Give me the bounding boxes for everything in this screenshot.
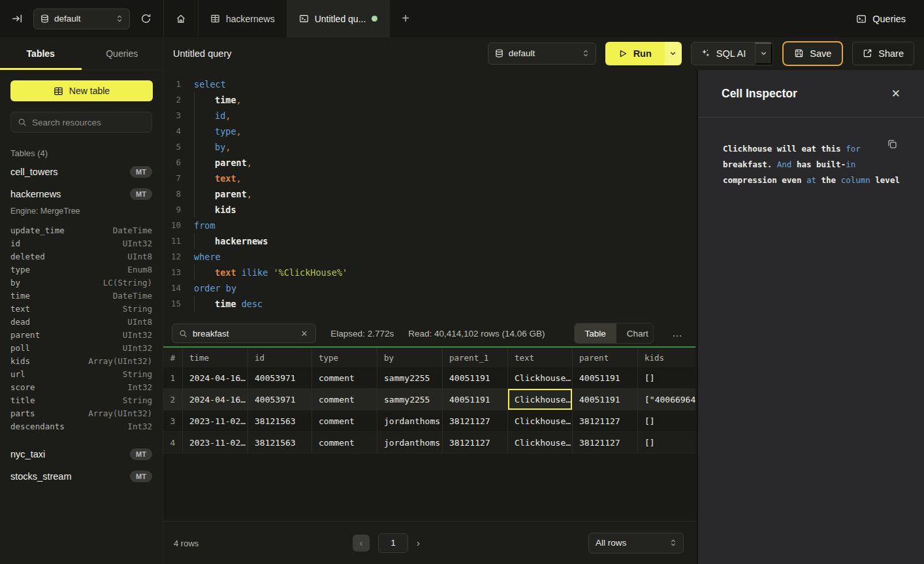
save-button[interactable]: Save <box>782 41 843 66</box>
table-cell[interactable]: ["40066964… <box>638 389 695 410</box>
hackernews-columns: update_timeDateTimeidUInt32deletedUInt8t… <box>0 221 163 434</box>
column-header-by[interactable]: by <box>377 348 443 367</box>
sidebar-item-nyc-taxi[interactable]: nyc_taxi MT <box>0 443 163 465</box>
run-button[interactable]: Run <box>605 42 665 65</box>
table-cell[interactable]: 40051191 <box>443 389 508 410</box>
table-cell[interactable]: 2024-04-16… <box>183 389 248 410</box>
table-cell[interactable]: Clickhouse… <box>508 367 573 389</box>
table-cell[interactable]: sammy2255 <box>377 389 443 410</box>
page-number-input[interactable] <box>378 533 408 553</box>
view-tab-table[interactable]: Table <box>575 323 616 343</box>
more-options-icon[interactable]: … <box>668 326 687 340</box>
new-table-label: New table <box>69 86 110 96</box>
table-cell[interactable]: 2023-11-02… <box>183 410 248 432</box>
table-cell[interactable]: 38121563 <box>248 410 312 432</box>
table-cell[interactable]: [] <box>638 410 695 432</box>
column-header-time[interactable]: time <box>183 348 248 367</box>
schema-column-row: pollUInt32 <box>0 341 163 354</box>
table-name: stocks_stream <box>10 471 130 482</box>
tab-home[interactable] <box>164 0 199 37</box>
mergetree-badge: MT <box>130 448 152 460</box>
column-header-kids[interactable]: kids <box>638 348 695 367</box>
table-cell[interactable]: [] <box>638 367 695 389</box>
view-switcher: Table Chart <box>574 323 654 344</box>
table-cell[interactable]: 38121127 <box>443 432 508 454</box>
table-cell[interactable]: comment <box>312 410 377 432</box>
clear-search-icon[interactable]: ✕ <box>299 329 309 339</box>
table-cell[interactable]: 40051191 <box>443 367 508 389</box>
sidebar-tab-tables[interactable]: Tables <box>0 37 82 69</box>
sql-ai-options-button[interactable] <box>755 42 773 65</box>
table-cell[interactable]: 40051191 <box>573 389 638 410</box>
sidebar-tab-queries[interactable]: Queries <box>82 37 163 69</box>
tab-hackernews[interactable]: hackernews <box>199 0 287 37</box>
table-cell[interactable]: 40053971 <box>248 389 312 410</box>
table-cell[interactable]: 40053971 <box>248 367 312 389</box>
database-selector[interactable]: default <box>33 8 130 29</box>
share-button[interactable]: Share <box>852 42 914 65</box>
column-header-parent_1[interactable]: parent_1 <box>443 348 508 367</box>
chevron-updown-icon <box>670 539 677 547</box>
table-cell[interactable]: 38121127 <box>573 410 638 432</box>
schema-column-row: partsArray(UInt32) <box>0 406 163 420</box>
schema-column-row: parentUInt32 <box>0 328 163 341</box>
new-table-button[interactable]: New table <box>10 80 153 101</box>
sidebar-item-stocks-stream[interactable]: stocks_stream MT <box>0 465 163 488</box>
toolbar-database-selector[interactable]: default <box>488 42 596 65</box>
table-cell[interactable]: comment <box>312 367 377 389</box>
sidebar-item-cell-towers[interactable]: cell_towers MT <box>0 161 163 183</box>
refresh-icon[interactable] <box>138 10 154 27</box>
table-cell[interactable]: 38121127 <box>573 432 638 454</box>
page-size-selector[interactable]: All rows <box>588 533 684 554</box>
table-cell[interactable]: 2024-04-16… <box>183 367 248 389</box>
sidebar-item-hackernews[interactable]: hackernews MT <box>0 183 163 205</box>
read-stat: Read: 40,414,102 rows (14.06 GB) <box>408 329 545 339</box>
table-cell[interactable]: 38121127 <box>443 410 508 432</box>
mergetree-badge: MT <box>130 188 152 200</box>
tabstrip: hackernews Untitled qu... + <box>163 0 421 37</box>
table-cell[interactable]: jordanthoms <box>377 410 443 432</box>
table-cell[interactable]: comment <box>312 432 377 454</box>
view-tab-chart[interactable]: Chart <box>616 323 654 343</box>
editor-line: 1select <box>163 76 695 92</box>
column-header-text[interactable]: text <box>508 348 573 367</box>
column-header-id[interactable]: id <box>248 348 312 367</box>
sql-editor[interactable]: 1select2time,3id,4type,5by,6parent,7text… <box>163 70 695 320</box>
new-tab-button[interactable]: + <box>390 0 421 37</box>
table-cell[interactable]: [] <box>638 432 695 454</box>
prev-page-button[interactable]: ‹ <box>353 535 370 552</box>
table-cell[interactable]: Clickhouse… <box>508 389 573 410</box>
search-resources-input[interactable] <box>32 118 145 127</box>
editor-line: 3id, <box>163 108 695 124</box>
column-header-num[interactable]: # <box>163 348 183 367</box>
table-cell[interactable]: sammy2255 <box>377 367 443 389</box>
schema-column-row: typeEnum8 <box>0 263 163 276</box>
next-page-button[interactable]: › <box>417 537 420 548</box>
editor-line: 9kids <box>163 202 695 218</box>
column-header-parent[interactable]: parent <box>573 348 638 367</box>
table-cell[interactable]: comment <box>312 389 377 410</box>
tab-untitled-query[interactable]: Untitled qu... <box>287 0 390 37</box>
queries-button[interactable]: Queries <box>838 0 924 37</box>
results-table-header: #timeidtypebyparent_1textparentkids <box>163 346 695 367</box>
column-header-type[interactable]: type <box>312 348 377 367</box>
terminal-icon <box>299 14 309 24</box>
schema-column-row: titleString <box>0 393 163 406</box>
table-cell[interactable]: 38121563 <box>248 432 312 454</box>
copy-icon[interactable] <box>887 139 898 150</box>
schema-column-row: update_timeDateTime <box>0 224 163 237</box>
sidebar-collapse-icon[interactable] <box>9 10 25 27</box>
table-cell[interactable]: jordanthoms <box>377 432 443 454</box>
close-icon[interactable]: ✕ <box>891 87 900 101</box>
run-options-button[interactable] <box>665 42 682 65</box>
save-label: Save <box>810 48 831 59</box>
editor-line: 13text ilike '%ClickHouse%' <box>163 265 695 280</box>
table-cell[interactable]: Clickhouse… <box>508 432 573 454</box>
sql-ai-button[interactable]: SQL AI <box>692 42 755 65</box>
table-cell[interactable]: 40051191 <box>573 367 638 389</box>
results-search-input[interactable] <box>193 329 294 339</box>
table-cell[interactable]: Clickhouse… <box>508 410 573 432</box>
table-cell[interactable]: 2023-11-02… <box>183 432 248 454</box>
row-number-cell: 2 <box>163 389 183 410</box>
editor-line: 8parent, <box>163 186 695 202</box>
